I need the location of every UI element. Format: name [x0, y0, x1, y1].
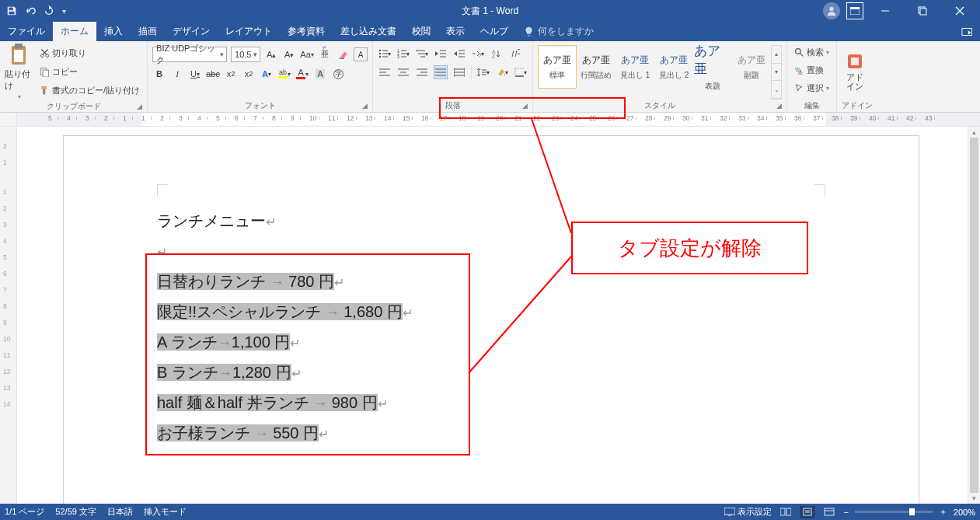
sort-button[interactable]: AZ — [490, 47, 504, 61]
chevron-up-icon[interactable]: ▴ — [772, 46, 781, 64]
format-painter-button[interactable]: 書式のコピー/貼り付け — [37, 83, 142, 98]
vertical-scrollbar[interactable]: ▴ ▾ — [968, 127, 980, 504]
dialog-launcher-icon[interactable]: ◢ — [776, 102, 782, 110]
font-name-combo[interactable]: BIZ UDPゴシック▾ — [152, 47, 227, 62]
share-icon[interactable] — [958, 26, 977, 37]
account-icon[interactable] — [823, 2, 840, 19]
enclose-char-button[interactable]: 字 — [331, 67, 345, 81]
tab-review[interactable]: 校閲 — [404, 22, 438, 41]
subscript-button[interactable]: x2 — [224, 67, 238, 81]
grow-font-button[interactable]: A▴ — [264, 47, 278, 61]
copy-button[interactable]: コピー — [37, 65, 142, 79]
tell-me[interactable]: 何をしますか — [516, 22, 602, 41]
chevron-down-icon[interactable]: ▾ — [772, 64, 781, 82]
vertical-ruler[interactable]: 211234567891011121314 — [0, 127, 17, 504]
scrollbar-thumb[interactable] — [970, 138, 978, 493]
addin-button[interactable]: アドイン — [842, 44, 868, 99]
zoom-in-button[interactable]: ＋ — [939, 506, 947, 518]
view-read-button[interactable] — [778, 506, 793, 518]
align-distribute-button[interactable] — [452, 65, 466, 79]
view-web-button[interactable] — [821, 506, 837, 518]
font-size-combo[interactable]: 10.5▾ — [231, 47, 260, 62]
tab-view[interactable]: 表示 — [438, 22, 473, 41]
dialog-launcher-icon[interactable]: ◢ — [137, 103, 142, 110]
bold-button[interactable]: B — [152, 67, 166, 81]
style-heading1[interactable]: あア亜見出し 1 — [616, 45, 654, 89]
tab-draw[interactable]: 描画 — [131, 22, 165, 41]
change-case-button[interactable]: Aa▾ — [300, 47, 314, 61]
tab-help[interactable]: ヘルプ — [473, 22, 516, 41]
style-subtitle[interactable]: あア亜副題 — [732, 45, 771, 89]
replace-button[interactable]: abac置換 — [792, 63, 832, 78]
display-settings[interactable]: 表示設定 — [724, 506, 772, 518]
text-effects-button[interactable]: A▾ — [260, 67, 274, 81]
show-marks-button[interactable] — [508, 47, 522, 61]
status-mode[interactable]: 挿入モード — [144, 506, 187, 518]
line-spacing-button[interactable]: ▾ — [476, 65, 490, 79]
multilevel-list-button[interactable]: ▾ — [415, 47, 429, 61]
phonetic-guide-button[interactable]: ア亜 — [318, 47, 332, 61]
zoom-value[interactable]: 200% — [954, 508, 975, 517]
close-button[interactable] — [944, 0, 975, 22]
styles-scroll[interactable]: ▴▾⌄ — [771, 45, 782, 99]
decrease-indent-button[interactable] — [434, 47, 448, 61]
minimize-button[interactable] — [870, 0, 901, 22]
style-heading2[interactable]: あア亜見出し 2 — [654, 45, 693, 89]
find-button[interactable]: 検索▾ — [792, 45, 832, 60]
align-center-button[interactable] — [396, 65, 410, 79]
clear-format-button[interactable] — [336, 47, 350, 61]
doc-line[interactable]: 日替わりランチ → 780 円↵ — [157, 267, 413, 297]
doc-line[interactable]: 限定!!スペシャルランチ → 1,680 円↵ — [157, 297, 413, 327]
font-color-button[interactable]: A▾ — [295, 67, 309, 81]
align-right-button[interactable] — [415, 65, 429, 79]
scroll-down-icon[interactable]: ▾ — [968, 493, 980, 504]
increase-indent-button[interactable] — [452, 47, 466, 61]
dialog-launcher-icon[interactable]: ◢ — [362, 102, 368, 110]
qat-dropdown-icon[interactable]: ▾ — [62, 7, 66, 16]
cut-button[interactable]: 切り取り — [37, 46, 142, 61]
scroll-up-icon[interactable]: ▴ — [968, 127, 980, 138]
tab-home[interactable]: ホーム — [53, 22, 96, 41]
doc-line[interactable]: お子様ランチ → 550 円↵ — [157, 418, 413, 448]
tab-insert[interactable]: 挿入 — [96, 22, 131, 41]
dialog-launcher-icon[interactable]: ◢ — [522, 102, 528, 110]
status-page[interactable]: 1/1 ページ — [5, 506, 44, 518]
shading-button[interactable]: ▾ — [495, 65, 509, 79]
doc-line[interactable]: B ランチ→1,280 円↵ — [157, 358, 413, 388]
status-words[interactable]: 52/59 文字 — [55, 506, 96, 518]
doc-line[interactable]: half 麺＆half 丼ランチ → 980 円↵ — [157, 388, 413, 418]
maximize-button[interactable] — [907, 0, 938, 22]
tab-references[interactable]: 参考資料 — [280, 22, 333, 41]
style-title[interactable]: あア亜表題 — [693, 45, 732, 89]
tab-design[interactable]: デザイン — [165, 22, 218, 41]
zoom-out-button[interactable]: − — [843, 508, 848, 517]
horizontal-ruler[interactable]: 5432112345678910111213141516171819202122… — [0, 113, 980, 127]
align-left-button[interactable] — [378, 65, 392, 79]
underline-button[interactable]: U▾ — [188, 67, 202, 81]
save-icon[interactable] — [6, 5, 17, 16]
doc-line[interactable]: A ランチ→1,100 円↵ — [157, 327, 413, 358]
number-list-button[interactable]: 123▾ — [396, 47, 410, 61]
asian-layout-button[interactable]: A▾ — [471, 47, 485, 61]
italic-button[interactable]: I — [170, 67, 184, 81]
ribbon-display-icon[interactable] — [846, 2, 863, 19]
status-lang[interactable]: 日本語 — [107, 506, 133, 518]
superscript-button[interactable]: x2 — [242, 67, 256, 81]
style-normal[interactable]: あア亜標準 — [538, 45, 577, 89]
borders-button[interactable]: ▾ — [514, 65, 528, 79]
char-shading-button[interactable]: A — [313, 67, 327, 81]
bullet-list-button[interactable]: ▾ — [378, 47, 392, 61]
view-print-button[interactable] — [800, 506, 815, 518]
redo-icon[interactable] — [44, 5, 54, 16]
document-canvas[interactable]: ランチメニュー↵ ↵ 日替わりランチ → 780 円↵限定!!スペシャルランチ … — [17, 127, 968, 504]
align-justify-button[interactable] — [434, 65, 448, 79]
style-nospacing[interactable]: あア亜行間詰め — [577, 45, 616, 89]
highlight-button[interactable]: ab▾ — [277, 67, 291, 81]
tab-file[interactable]: ファイル — [0, 22, 53, 41]
zoom-slider[interactable] — [855, 511, 933, 513]
select-button[interactable]: 選択▾ — [792, 81, 832, 96]
zoom-thumb[interactable] — [909, 508, 915, 515]
tab-mailings[interactable]: 差し込み文書 — [333, 22, 404, 41]
document-content[interactable]: ランチメニュー↵ ↵ 日替わりランチ → 780 円↵限定!!スペシャルランチ … — [157, 206, 413, 448]
shrink-font-button[interactable]: A▾ — [282, 47, 296, 61]
